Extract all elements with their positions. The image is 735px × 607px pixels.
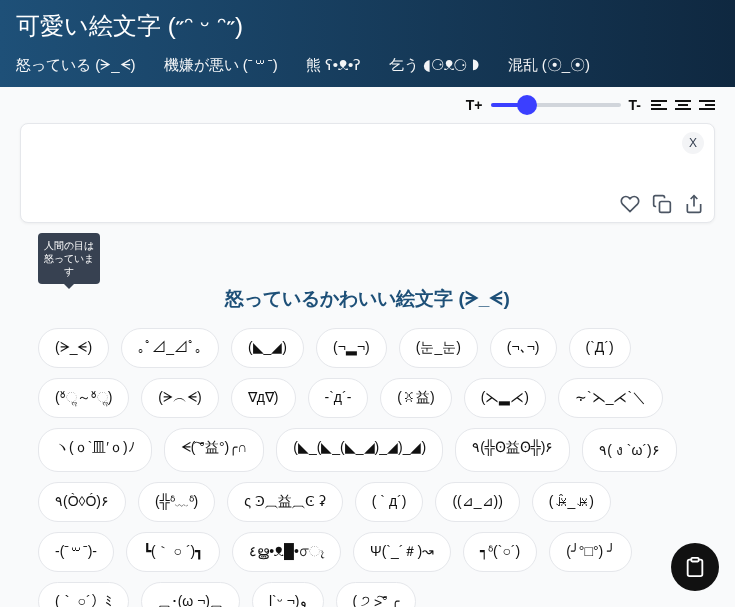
text-align-group [651,100,715,110]
emoji-chip[interactable]: (ᗒ︵ᗕ) [141,378,218,418]
copy-icon[interactable] [652,194,672,214]
emoji-chip[interactable]: ς Ͽ⏠益⏠Ͼ ʡ [227,482,343,522]
emoji-chip[interactable]: (⋋▂⋌) [464,378,546,418]
emoji-chip[interactable]: (¬▂¬) [316,328,387,368]
tab-bad-mood[interactable]: 機嫌が悪い (ˉ꒳ˉ) [164,56,278,75]
emoji-chip[interactable]: ( ` д´) [355,482,424,522]
share-icon[interactable] [684,194,704,214]
align-right-icon[interactable] [699,100,715,110]
svg-rect-0 [660,202,671,213]
decrease-font-label: T- [629,97,641,113]
emoji-chip[interactable]: ((⊿_⊿)) [435,482,519,522]
emoji-chip[interactable]: ┑ᵟ(`○´) [463,532,537,572]
emoji-chip[interactable]: ٩(Ò◊Ó)۶ [38,482,126,522]
emoji-chip[interactable]: ٩(╬ʘ益ʘ╬)۶ [455,428,570,472]
emoji-chip[interactable]: ⏠･(ω ¬)⏠ [141,582,240,607]
emoji-chip[interactable]: (ᗒ_ᗕ) [38,328,109,368]
font-size-slider[interactable] [491,103,621,107]
section-title: 怒っているかわいい絵文字 (ᗒ_ᗕ) [0,286,735,312]
tab-beg[interactable]: 乞う ◖⚆ᴥ⚆◗ [389,56,479,75]
slider-thumb[interactable] [517,95,537,115]
app-header: 可愛い絵文字 (˶ᵔ ᵕ ᵔ˶) 怒っている (ᗒ_ᗕ) 機嫌が悪い (ˉ꒳ˉ)… [0,0,735,87]
emoji-chip[interactable]: ┗(｀ ○ ´)┓ [126,532,220,572]
font-size-control: T+ T- [466,97,641,113]
emoji-chip[interactable]: ᗕ( ͠°益°)╭∩ [164,428,265,472]
clear-button[interactable]: X [682,132,704,154]
emoji-chip[interactable]: (◣_◢) [231,328,304,368]
clipboard-icon [684,556,706,578]
tab-confused[interactable]: 混乱 (☉_☉) [508,56,591,75]
editor-textarea[interactable]: X [20,123,715,223]
emoji-chip[interactable]: -`д´- [308,378,369,418]
editor-actions [620,194,704,214]
tooltip: 人間の目は怒っています [38,233,100,284]
tab-angry[interactable]: 怒っている (ᗒ_ᗕ) [16,56,136,75]
emoji-chip[interactable]: (¬､¬) [490,328,557,368]
emoji-chip[interactable]: Ψ(`_´＃)↝ [353,532,451,572]
heart-icon[interactable] [620,194,640,214]
emoji-grid: (ᗒ_ᗕ)｡ﾟ⊿_⊿ﾟ｡(◣_◢)(¬▂¬)(눈_눈)(¬､¬)(`Д´)(ᵒ̌… [0,328,735,607]
tab-bear[interactable]: 熊 ʕ•ᴥ•ʔ [306,56,362,75]
emoji-chip[interactable]: (╯°□°) ╯ [549,532,632,572]
align-left-icon[interactable] [651,100,667,110]
align-center-icon[interactable] [675,100,691,110]
category-tabs: 怒っている (ᗒ_ᗕ) 機嫌が悪い (ˉ꒳ˉ) 熊 ʕ•ᴥ•ʔ 乞う ◖⚆ᴥ⚆◗… [16,56,719,87]
emoji-chip[interactable]: (눈_눈) [399,328,478,368]
emoji-chip[interactable]: (ᵒ̌ૢ～ᵒ̌ૢ) [38,378,129,418]
emoji-chip[interactable]: ٤ൠ•ᴥ█•൦ෑ [232,532,341,572]
emoji-chip[interactable]: l`ᵕ ¬)و [252,582,324,607]
emoji-chip[interactable]: ∇д∇) [231,378,296,418]
emoji-chip[interactable]: (◣_(◣_(◣_◢)_◢)_◢) [276,428,443,472]
emoji-chip[interactable]: (`Д´) [569,328,631,368]
clipboard-fab[interactable] [671,543,719,591]
emoji-chip[interactable]: ｡ﾟ⊿_⊿ﾟ｡ [121,328,219,368]
emoji-chip[interactable]: (ꐦ益) [380,378,451,418]
toolbar: T+ T- [0,87,735,123]
emoji-chip[interactable]: -(ˉ꒳ˉ)- [38,532,114,572]
emoji-chip[interactable]: ⸟`⋋_⋌`＼ [558,378,663,418]
emoji-chip[interactable]: (╬ᵟ﹏ᵟ) [138,482,215,522]
page-title: 可愛い絵文字 (˶ᵔ ᵕ ᵔ˶) [16,10,719,42]
increase-font-label: T+ [466,97,483,113]
svg-rect-2 [691,558,698,562]
emoji-chip[interactable]: (ꐁ_ꐂ) [532,482,611,522]
emoji-chip[interactable]: ٩( ง `ω´)۶ [582,428,676,472]
emoji-chip[interactable]: ヽ(ｏ`皿′ｏ)ﾉ [38,428,152,472]
emoji-chip[interactable]: (｀ ○´）ﾐ [38,582,129,607]
emoji-chip[interactable]: ( ੭ >͠° ╭ [336,582,417,607]
